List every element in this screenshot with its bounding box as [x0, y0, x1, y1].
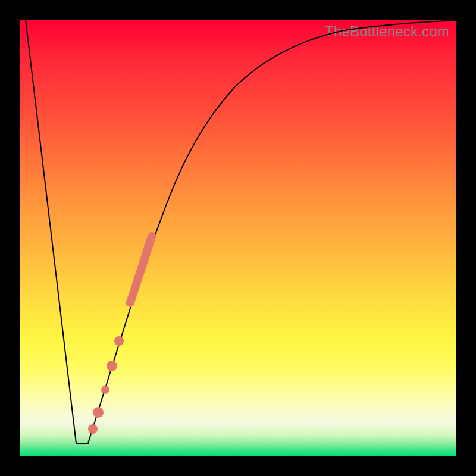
- bottleneck-curve: [26, 20, 456, 443]
- marker-dot-3: [101, 386, 109, 394]
- plot-area: TheBottleneck.com: [20, 20, 456, 456]
- chart-frame: TheBottleneck.com: [0, 0, 476, 476]
- curve-svg: [20, 20, 456, 456]
- marker-bar: [125, 231, 157, 308]
- marker-dot-1: [114, 336, 124, 346]
- marker-dot-4: [93, 407, 104, 418]
- marker-dot-2: [107, 361, 117, 371]
- marker-dot-5: [88, 424, 98, 434]
